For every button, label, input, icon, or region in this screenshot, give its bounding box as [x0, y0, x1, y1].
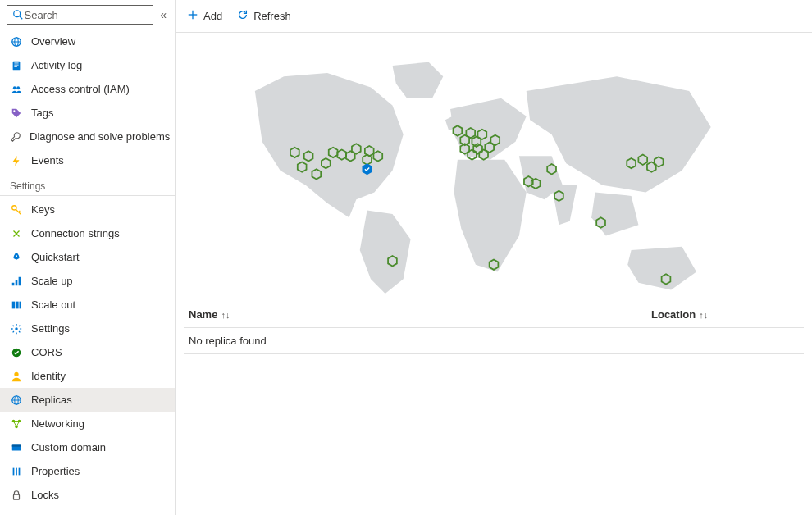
sidebar-item-keys[interactable]: Keys [0, 198, 175, 221]
svg-point-0 [14, 11, 21, 17]
gear-icon [10, 322, 23, 335]
connection-icon [10, 227, 23, 240]
replicas-table: Name ↑↓ Location ↑↓ No replica found [184, 302, 804, 354]
main: Add Refresh [176, 0, 812, 515]
sidebar-item-label: Quickstart [31, 251, 80, 263]
sidebar-item-label: Custom domain [31, 441, 106, 453]
sidebar-item-networking[interactable]: Networking [0, 412, 175, 435]
sort-icon: ↑↓ [699, 310, 708, 320]
lightning-icon [10, 154, 23, 167]
sidebar-item-label: Replicas [31, 394, 72, 406]
sidebar-item-events[interactable]: Events [0, 148, 175, 172]
sidebar-item-custom-domain[interactable]: Custom domain [0, 435, 175, 459]
svg-rect-5 [13, 61, 21, 70]
search-input[interactable] [25, 9, 148, 21]
svg-rect-19 [12, 301, 16, 308]
sidebar-item-diagnose-and-solve-problems[interactable]: Diagnose and solve problems [0, 125, 175, 148]
sidebar-item-scale-up[interactable]: Scale up [0, 269, 175, 293]
toolbar: Add Refresh [176, 0, 812, 33]
table-header: Name ↑↓ Location ↑↓ [184, 302, 804, 328]
domain-icon [10, 441, 23, 454]
empty-row: No replica found [184, 328, 804, 354]
refresh-button[interactable]: Refresh [237, 9, 291, 23]
svg-rect-8 [14, 66, 17, 66]
svg-rect-17 [16, 280, 18, 285]
search-box[interactable] [7, 5, 153, 25]
svg-rect-20 [16, 301, 19, 308]
svg-rect-16 [12, 282, 15, 285]
world-map[interactable] [184, 48, 804, 294]
sidebar-item-tags[interactable]: Tags [0, 101, 175, 125]
key-icon [10, 203, 23, 216]
sidebar-item-identity[interactable]: Identity [0, 364, 175, 388]
add-button[interactable]: Add [187, 9, 222, 23]
search-icon [12, 8, 25, 21]
sidebar-item-label: Keys [31, 203, 55, 216]
wrench-icon [10, 130, 21, 144]
column-location[interactable]: Location ↑↓ [651, 308, 799, 321]
svg-point-11 [13, 110, 15, 112]
sort-icon: ↑↓ [221, 310, 230, 320]
svg-rect-21 [20, 301, 21, 308]
sidebar-item-connection-strings[interactable]: Connection strings [0, 221, 175, 245]
settings-section-header: Settings [0, 172, 175, 196]
sidebar: « OverviewActivity logAccess control (IA… [0, 0, 176, 515]
svg-rect-34 [16, 467, 17, 475]
sidebar-item-label: Properties [31, 465, 80, 477]
collapse-sidebar-button[interactable]: « [158, 7, 168, 23]
svg-point-9 [13, 86, 16, 89]
sidebar-item-label: Diagnose and solve problems [30, 130, 170, 143]
add-label: Add [203, 10, 222, 22]
sidebar-item-label: Networking [31, 417, 84, 430]
refresh-icon [237, 9, 249, 23]
log-icon [10, 59, 23, 72]
sidebar-item-label: Events [31, 154, 64, 166]
svg-line-1 [20, 16, 23, 20]
sidebar-item-overview[interactable]: Overview [0, 30, 175, 53]
sidebar-item-label: Settings [31, 322, 70, 335]
sidebar-item-label: Access control (IAM) [31, 83, 130, 95]
sidebar-item-label: CORS [31, 346, 62, 358]
sidebar-item-cors[interactable]: CORS [0, 340, 175, 364]
svg-point-24 [14, 371, 18, 376]
sidebar-item-label: Identity [31, 370, 66, 382]
scale-out-icon [10, 299, 23, 312]
sidebar-item-label: Connection strings [31, 227, 120, 239]
sidebar-item-quickstart[interactable]: Quickstart [0, 245, 175, 269]
cors-icon [10, 346, 23, 359]
lock-icon [10, 489, 23, 502]
svg-line-14 [19, 210, 21, 212]
svg-point-15 [16, 255, 17, 257]
column-name-label: Name [189, 308, 217, 321]
properties-icon [10, 465, 23, 478]
sidebar-search-row: « [0, 0, 175, 30]
column-name[interactable]: Name ↑↓ [189, 308, 651, 321]
sidebar-item-properties[interactable]: Properties [0, 459, 175, 483]
sidebar-item-label: Overview [31, 35, 75, 48]
svg-rect-33 [13, 467, 15, 475]
rocket-icon [10, 251, 23, 264]
replica-icon [10, 394, 23, 407]
svg-rect-36 [14, 494, 20, 499]
plus-icon [187, 9, 198, 23]
scale-up-icon [10, 275, 23, 288]
globe-icon [10, 35, 23, 48]
networking-icon [10, 417, 23, 431]
sidebar-item-access-control-iam-[interactable]: Access control (IAM) [0, 77, 175, 101]
svg-rect-6 [14, 62, 18, 63]
sidebar-item-replicas[interactable]: Replicas [0, 388, 175, 412]
svg-rect-7 [14, 64, 18, 65]
tag-icon [10, 107, 23, 120]
svg-rect-32 [12, 444, 21, 446]
sidebar-item-scale-out[interactable]: Scale out [0, 293, 175, 317]
sidebar-scroll[interactable]: OverviewActivity logAccess control (IAM)… [0, 30, 175, 515]
refresh-label: Refresh [253, 10, 291, 22]
sidebar-item-settings[interactable]: Settings [0, 317, 175, 340]
sidebar-item-label: Scale up [31, 275, 73, 287]
svg-point-22 [15, 327, 18, 330]
sidebar-item-locks[interactable]: Locks [0, 483, 175, 507]
svg-point-10 [16, 86, 20, 89]
svg-rect-35 [19, 467, 21, 475]
sidebar-item-label: Scale out [31, 299, 75, 311]
sidebar-item-activity-log[interactable]: Activity log [0, 53, 175, 77]
